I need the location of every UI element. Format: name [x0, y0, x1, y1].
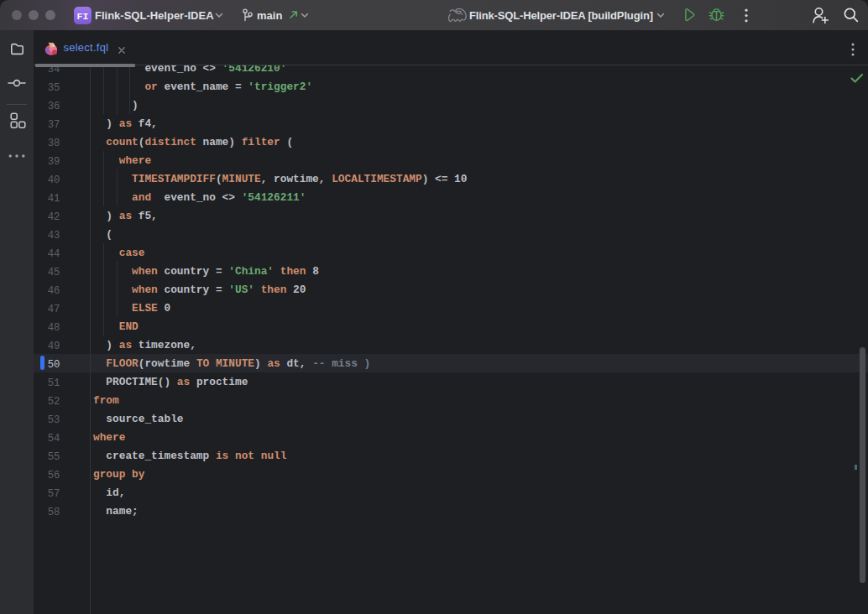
- svg-text:FI: FI: [77, 11, 89, 22]
